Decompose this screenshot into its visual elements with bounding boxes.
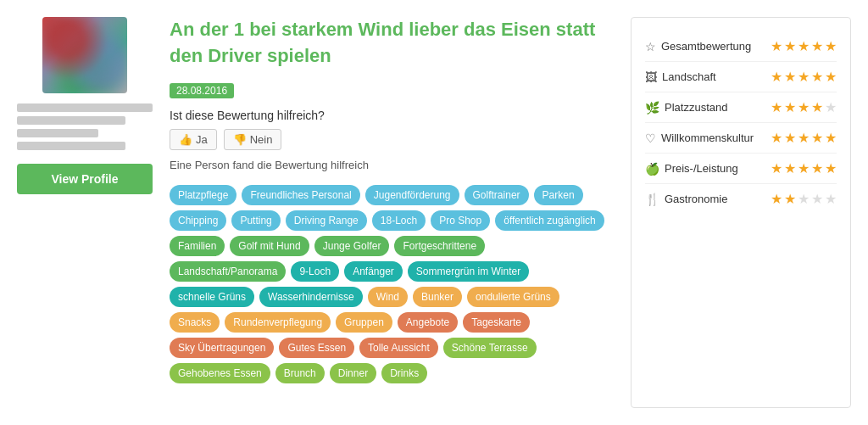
user-info-line (17, 103, 153, 112)
star-filled: ★ (771, 160, 782, 176)
tag[interactable]: Gehobenes Essen (170, 363, 270, 383)
rating-label: 🍴Gastronomie (645, 193, 727, 206)
rating-row: ☆Gesamtbewertung★★★★★ (645, 31, 837, 62)
tag[interactable]: Sky Übertragungen (170, 338, 274, 358)
star-filled: ★ (798, 69, 810, 85)
tag[interactable]: Golftrainer (465, 185, 529, 205)
helpful-no-label: Nein (250, 133, 273, 146)
tag[interactable]: Parken (534, 185, 583, 205)
helpful-yes-button[interactable]: 👍 Ja (170, 129, 217, 150)
tag[interactable]: Junge Golfer (314, 236, 390, 256)
left-panel: View Profile (17, 17, 153, 408)
tag[interactable]: Driving Range (286, 210, 367, 231)
avatar (42, 17, 127, 93)
rating-row: 🌿Platzzustand★★★★★ (645, 92, 837, 123)
tag[interactable]: Freundliches Personal (242, 185, 359, 205)
rating-row: 🍴Gastronomie★★★★★ (645, 184, 837, 214)
star-rating: ★★★★★ (771, 99, 837, 115)
star-empty: ★ (825, 99, 837, 115)
star-filled: ★ (825, 130, 837, 146)
tag[interactable]: Pro Shop (431, 210, 490, 231)
rating-label-text: Gastronomie (665, 193, 727, 205)
star-filled: ★ (811, 160, 823, 176)
main-content: An der 1 bei starkem Wind lieber das Eis… (170, 17, 614, 408)
thumbs-down-icon: 👎 (233, 133, 247, 146)
tag[interactable]: schnelle Grüns (170, 287, 254, 307)
fork-knife-icon: 🍴 (645, 193, 659, 206)
tag[interactable]: Snacks (170, 312, 220, 333)
star-filled: ★ (798, 99, 810, 115)
star-filled: ★ (798, 160, 810, 176)
star-filled: ★ (798, 130, 810, 146)
tag[interactable]: Platzpflege (170, 185, 236, 205)
rating-label: 🌿Platzzustand (645, 101, 727, 115)
tag[interactable]: Gutes Essen (279, 338, 354, 358)
star-filled: ★ (825, 38, 837, 54)
user-info-line (17, 129, 98, 137)
tag[interactable]: Jugendförderung (365, 185, 459, 205)
tag[interactable]: Fortgeschrittene (394, 236, 485, 256)
image-icon: 🖼 (645, 70, 657, 84)
user-info-line (17, 116, 125, 125)
tag[interactable]: Putting (231, 210, 280, 231)
star-rating: ★★★★★ (771, 160, 837, 176)
helpful-buttons: 👍 Ja 👎 Nein (170, 129, 605, 150)
star-filled: ★ (825, 160, 837, 176)
tag[interactable]: Familien (170, 236, 225, 256)
star-filled: ★ (811, 38, 823, 54)
rating-label: ♡Willkommenskultur (645, 131, 754, 145)
tag[interactable]: Sommergrün im Winter (408, 261, 529, 282)
star-empty: ★ (798, 191, 810, 207)
star-rating: ★★★★★ (771, 191, 837, 207)
rating-label: 🖼Landschaft (645, 70, 716, 84)
tag[interactable]: Landschaft/Panorama (170, 261, 286, 282)
tag[interactable]: Schöne Terrasse (443, 338, 537, 358)
tag[interactable]: Tolle Aussicht (359, 338, 438, 358)
tag[interactable]: Wind (368, 287, 408, 307)
tag[interactable]: Brunch (275, 363, 325, 383)
star-filled: ★ (784, 38, 796, 54)
tag[interactable]: 9-Loch (291, 261, 339, 282)
view-profile-button[interactable]: View Profile (17, 164, 153, 194)
tag[interactable]: ondulierte Grüns (467, 287, 559, 307)
tag[interactable]: Anfänger (344, 261, 403, 282)
tag[interactable]: Wasserhindernisse (259, 287, 363, 307)
user-info (17, 103, 153, 150)
user-info-line (17, 142, 125, 150)
apple-icon: 🍏 (645, 162, 659, 176)
tag[interactable]: öffentlich zugänglich (495, 210, 604, 231)
rating-row: 🍏Preis-/Leistung★★★★★ (645, 154, 837, 184)
thumbs-up-icon: 👍 (179, 133, 192, 146)
rating-row: 🖼Landschaft★★★★★ (645, 62, 837, 92)
rating-row: ♡Willkommenskultur★★★★★ (645, 123, 837, 154)
tag[interactable]: Gruppen (336, 312, 392, 333)
review-title: An der 1 bei starkem Wind lieber das Eis… (170, 17, 605, 70)
star-empty: ★ (825, 191, 837, 207)
tag[interactable]: 18-Loch (372, 210, 426, 231)
star-filled: ★ (784, 130, 796, 146)
tag[interactable]: Chipping (170, 210, 226, 231)
page-container: View Profile An der 1 bei starkem Wind l… (0, 0, 868, 425)
leaf-icon: 🌿 (645, 101, 659, 115)
tag[interactable]: Bunker (413, 287, 462, 307)
rating-label: 🍏Preis-/Leistung (645, 162, 738, 176)
tags-container: PlatzpflegeFreundliches PersonalJugendfö… (170, 185, 605, 383)
star-filled: ★ (771, 191, 782, 207)
star-filled: ★ (771, 38, 782, 54)
rating-label-text: Platzzustand (665, 101, 727, 114)
tag[interactable]: Dinner (330, 363, 376, 383)
rating-label-text: Preis-/Leistung (665, 162, 738, 175)
star-filled: ★ (798, 38, 810, 54)
tag[interactable]: Golf mit Hund (230, 236, 309, 256)
tag[interactable]: Angebote (398, 312, 458, 333)
star-filled: ★ (784, 191, 796, 207)
tag[interactable]: Rundenverpflegung (225, 312, 331, 333)
star-filled: ★ (784, 99, 796, 115)
tag[interactable]: Tageskarte (463, 312, 530, 333)
tag[interactable]: Drinks (381, 363, 427, 383)
helpful-yes-label: Ja (196, 133, 208, 146)
review-date: 28.08.2016 (170, 83, 234, 98)
star-filled: ★ (811, 69, 823, 85)
helpful-no-button[interactable]: 👎 Nein (224, 129, 282, 150)
star-filled: ★ (811, 130, 823, 146)
